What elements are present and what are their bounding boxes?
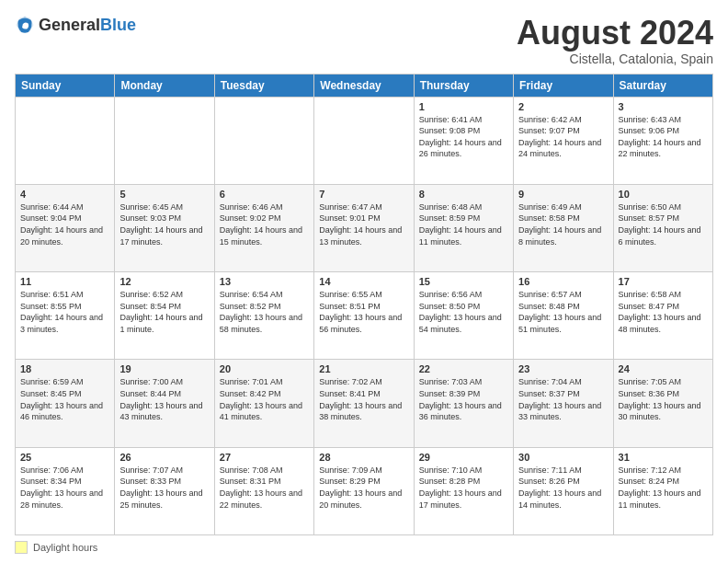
day-number: 16 (518, 276, 608, 287)
day-number: 3 (619, 101, 708, 112)
day-info: Sunrise: 6:48 AMSunset: 8:59 PMDaylight:… (419, 201, 508, 247)
day-number: 21 (319, 363, 408, 374)
logo-icon (15, 15, 35, 35)
day-info: Sunrise: 6:52 AMSunset: 8:54 PMDaylight:… (119, 289, 209, 335)
calendar-cell: 3Sunrise: 6:43 AMSunset: 9:06 PMDaylight… (613, 97, 712, 184)
week-row-4: 18Sunrise: 6:59 AMSunset: 8:45 PMDayligh… (16, 360, 713, 447)
day-number: 31 (619, 452, 708, 463)
page-header: GeneralBlue August 2024 Cistella, Catalo… (15, 15, 713, 66)
footer-label: Daylight hours (33, 542, 97, 553)
weekday-header-row: SundayMondayTuesdayWednesdayThursdayFrid… (16, 74, 713, 97)
calendar-page: GeneralBlue August 2024 Cistella, Catalo… (0, 0, 728, 563)
calendar-cell: 19Sunrise: 7:00 AMSunset: 8:44 PMDayligh… (115, 360, 214, 447)
day-number: 28 (319, 452, 408, 463)
calendar-cell: 25Sunrise: 7:06 AMSunset: 8:34 PMDayligh… (16, 447, 115, 534)
day-info: Sunrise: 6:54 AMSunset: 8:52 PMDaylight:… (220, 289, 309, 335)
day-number: 26 (119, 452, 209, 463)
calendar-cell: 12Sunrise: 6:52 AMSunset: 8:54 PMDayligh… (115, 272, 214, 360)
day-number: 25 (20, 452, 109, 463)
calendar-cell: 9Sunrise: 6:49 AMSunset: 8:58 PMDaylight… (514, 184, 613, 271)
calendar-cell: 29Sunrise: 7:10 AMSunset: 8:28 PMDayligh… (414, 447, 513, 534)
calendar-cell: 4Sunrise: 6:44 AMSunset: 9:04 PMDaylight… (16, 184, 115, 271)
day-info: Sunrise: 6:45 AMSunset: 9:03 PMDaylight:… (119, 201, 209, 247)
day-info: Sunrise: 6:57 AMSunset: 8:48 PMDaylight:… (518, 289, 608, 335)
day-number: 1 (419, 101, 508, 112)
day-number: 14 (319, 276, 408, 287)
calendar-cell: 22Sunrise: 7:03 AMSunset: 8:39 PMDayligh… (414, 360, 513, 447)
day-number: 18 (20, 363, 109, 374)
day-number: 2 (518, 101, 608, 112)
calendar-cell: 26Sunrise: 7:07 AMSunset: 8:33 PMDayligh… (115, 447, 214, 534)
weekday-header-wednesday: Wednesday (314, 74, 414, 97)
day-number: 5 (119, 189, 209, 200)
day-info: Sunrise: 6:47 AMSunset: 9:01 PMDaylight:… (319, 201, 408, 247)
day-info: Sunrise: 6:59 AMSunset: 8:45 PMDaylight:… (20, 376, 109, 422)
day-info: Sunrise: 6:46 AMSunset: 9:02 PMDaylight:… (220, 201, 309, 247)
calendar-cell: 1Sunrise: 6:41 AMSunset: 9:08 PMDaylight… (414, 97, 513, 184)
day-number: 19 (119, 363, 209, 374)
week-row-1: 1Sunrise: 6:41 AMSunset: 9:08 PMDaylight… (16, 97, 713, 184)
day-number: 22 (419, 363, 508, 374)
day-number: 4 (20, 189, 109, 200)
day-info: Sunrise: 7:02 AMSunset: 8:41 PMDaylight:… (319, 376, 408, 422)
calendar-cell: 21Sunrise: 7:02 AMSunset: 8:41 PMDayligh… (314, 360, 414, 447)
day-info: Sunrise: 7:00 AMSunset: 8:44 PMDaylight:… (119, 376, 209, 422)
calendar-cell: 18Sunrise: 6:59 AMSunset: 8:45 PMDayligh… (16, 360, 115, 447)
calendar-cell: 30Sunrise: 7:11 AMSunset: 8:26 PMDayligh… (514, 447, 613, 534)
day-info: Sunrise: 7:07 AMSunset: 8:33 PMDaylight:… (119, 465, 209, 511)
day-info: Sunrise: 6:42 AMSunset: 9:07 PMDaylight:… (518, 114, 608, 160)
calendar-cell: 6Sunrise: 6:46 AMSunset: 9:02 PMDaylight… (214, 184, 313, 271)
day-info: Sunrise: 6:56 AMSunset: 8:50 PMDaylight:… (419, 289, 508, 335)
day-info: Sunrise: 7:10 AMSunset: 8:28 PMDaylight:… (419, 465, 508, 511)
calendar-subtitle: Cistella, Catalonia, Spain (517, 52, 713, 66)
calendar-cell: 15Sunrise: 6:56 AMSunset: 8:50 PMDayligh… (414, 272, 513, 360)
day-info: Sunrise: 6:55 AMSunset: 8:51 PMDaylight:… (319, 289, 408, 335)
day-info: Sunrise: 7:03 AMSunset: 8:39 PMDaylight:… (419, 376, 508, 422)
calendar-cell (214, 97, 313, 184)
day-info: Sunrise: 7:11 AMSunset: 8:26 PMDaylight:… (518, 465, 608, 511)
day-number: 13 (220, 276, 309, 287)
day-number: 6 (220, 189, 309, 200)
day-number: 11 (20, 276, 109, 287)
calendar-cell: 17Sunrise: 6:58 AMSunset: 8:47 PMDayligh… (613, 272, 712, 360)
day-info: Sunrise: 7:05 AMSunset: 8:36 PMDaylight:… (619, 376, 708, 422)
title-block: August 2024 Cistella, Catalonia, Spain (517, 15, 713, 66)
daylight-swatch (15, 541, 28, 554)
calendar-cell: 13Sunrise: 6:54 AMSunset: 8:52 PMDayligh… (214, 272, 313, 360)
day-info: Sunrise: 6:43 AMSunset: 9:06 PMDaylight:… (619, 114, 708, 160)
day-number: 10 (619, 189, 708, 200)
calendar-cell: 27Sunrise: 7:08 AMSunset: 8:31 PMDayligh… (214, 447, 313, 534)
calendar-cell: 23Sunrise: 7:04 AMSunset: 8:37 PMDayligh… (514, 360, 613, 447)
calendar-cell (16, 97, 115, 184)
calendar-cell: 2Sunrise: 6:42 AMSunset: 9:07 PMDaylight… (514, 97, 613, 184)
weekday-header-monday: Monday (115, 74, 214, 97)
week-row-3: 11Sunrise: 6:51 AMSunset: 8:55 PMDayligh… (16, 272, 713, 360)
day-number: 7 (319, 189, 408, 200)
day-number: 23 (518, 363, 608, 374)
day-info: Sunrise: 7:08 AMSunset: 8:31 PMDaylight:… (220, 465, 309, 511)
calendar-cell: 28Sunrise: 7:09 AMSunset: 8:29 PMDayligh… (314, 447, 414, 534)
day-number: 20 (220, 363, 309, 374)
calendar-cell: 20Sunrise: 7:01 AMSunset: 8:42 PMDayligh… (214, 360, 313, 447)
calendar-cell: 16Sunrise: 6:57 AMSunset: 8:48 PMDayligh… (514, 272, 613, 360)
day-info: Sunrise: 7:04 AMSunset: 8:37 PMDaylight:… (518, 376, 608, 422)
calendar-cell: 5Sunrise: 6:45 AMSunset: 9:03 PMDaylight… (115, 184, 214, 271)
weekday-header-sunday: Sunday (16, 74, 115, 97)
day-number: 30 (518, 452, 608, 463)
day-info: Sunrise: 6:49 AMSunset: 8:58 PMDaylight:… (518, 201, 608, 247)
day-number: 15 (419, 276, 508, 287)
week-row-5: 25Sunrise: 7:06 AMSunset: 8:34 PMDayligh… (16, 447, 713, 534)
calendar-cell: 7Sunrise: 6:47 AMSunset: 9:01 PMDaylight… (314, 184, 414, 271)
day-info: Sunrise: 6:51 AMSunset: 8:55 PMDaylight:… (20, 289, 109, 335)
day-info: Sunrise: 7:12 AMSunset: 8:24 PMDaylight:… (619, 465, 708, 511)
day-info: Sunrise: 6:50 AMSunset: 8:57 PMDaylight:… (619, 201, 708, 247)
footer: Daylight hours (15, 541, 713, 554)
day-info: Sunrise: 6:44 AMSunset: 9:04 PMDaylight:… (20, 201, 109, 247)
weekday-header-friday: Friday (514, 74, 613, 97)
day-number: 9 (518, 189, 608, 200)
calendar-cell: 10Sunrise: 6:50 AMSunset: 8:57 PMDayligh… (613, 184, 712, 271)
day-number: 24 (619, 363, 708, 374)
calendar-cell (115, 97, 214, 184)
week-row-2: 4Sunrise: 6:44 AMSunset: 9:04 PMDaylight… (16, 184, 713, 271)
calendar-cell: 8Sunrise: 6:48 AMSunset: 8:59 PMDaylight… (414, 184, 513, 271)
